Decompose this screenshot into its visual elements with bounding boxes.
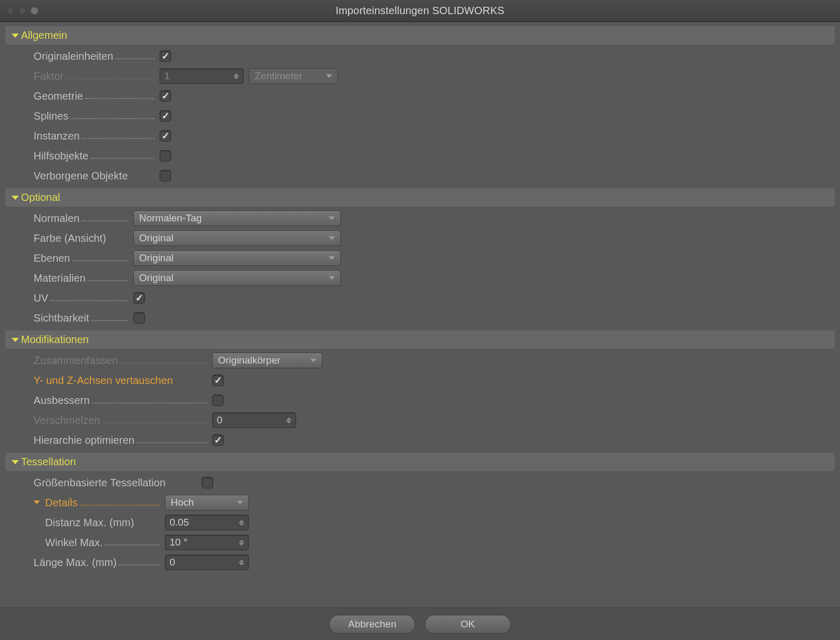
section-body-modifikationen: Zusammenfassen Originalkörper Y- und Z-A… bbox=[5, 349, 835, 452]
row-details: Details Hoch bbox=[34, 493, 835, 512]
label-zusammenfassen: Zusammenfassen bbox=[34, 355, 118, 367]
dropdown-materialien[interactable]: Original bbox=[133, 270, 341, 286]
row-faktor: Faktor 1 Zentimeter bbox=[34, 67, 835, 86]
spinner-icon[interactable] bbox=[239, 515, 246, 530]
section-title: Modifikationen bbox=[21, 334, 89, 346]
checkbox-yz-swap[interactable] bbox=[212, 375, 224, 386]
row-normalen: Normalen Normalen-Tag bbox=[34, 209, 835, 228]
checkbox-splines[interactable] bbox=[160, 110, 171, 122]
zoom-window-button[interactable] bbox=[30, 7, 38, 15]
section-header-allgemein[interactable]: Allgemein bbox=[5, 26, 835, 45]
close-window-button[interactable] bbox=[6, 7, 14, 15]
row-groessen-tess: Größenbasierte Tessellation bbox=[34, 473, 835, 492]
traffic-lights bbox=[6, 7, 38, 15]
checkbox-uv[interactable] bbox=[133, 292, 145, 304]
spinner-icon[interactable] bbox=[239, 535, 246, 550]
section-header-optional[interactable]: Optional bbox=[5, 188, 835, 207]
row-verborgene: Verborgene Objekte bbox=[34, 166, 835, 185]
checkbox-hilfsobjekte[interactable] bbox=[160, 150, 171, 162]
row-hilfsobjekte: Hilfsobjekte bbox=[34, 146, 835, 165]
row-distanz: Distanz Max. (mm) 0.05 bbox=[34, 513, 835, 532]
row-hierarchie: Hierarchie optimieren bbox=[34, 431, 835, 450]
dropdown-farbe[interactable]: Original bbox=[133, 230, 341, 246]
label-verschmelzen: Verschmelzen bbox=[34, 414, 100, 426]
row-originaleinheiten: Originaleinheiten bbox=[34, 47, 835, 66]
label-uv: UV bbox=[34, 292, 48, 304]
row-farbe: Farbe (Ansicht) Original bbox=[34, 229, 835, 248]
checkbox-groessen-tess[interactable] bbox=[202, 477, 213, 488]
spinner-icon[interactable] bbox=[239, 555, 246, 570]
row-instanzen: Instanzen bbox=[34, 126, 835, 145]
row-laenge: Länge Max. (mm) 0 bbox=[34, 553, 835, 572]
label-distanz: Distanz Max. (mm) bbox=[45, 517, 134, 529]
row-uv: UV bbox=[34, 289, 835, 307]
label-winkel: Winkel Max. bbox=[45, 537, 103, 549]
label-ebenen: Ebenen bbox=[34, 252, 70, 264]
dropdown-details[interactable]: Hoch bbox=[165, 495, 249, 510]
dialog-body: Allgemein Originaleinheiten Faktor 1 bbox=[0, 22, 840, 607]
row-sichtbarkeit: Sichtbarkeit bbox=[34, 308, 835, 327]
label-yz-swap: Y- und Z-Achsen vertauschen bbox=[34, 375, 173, 387]
input-faktor: 1 bbox=[160, 68, 244, 84]
row-splines: Splines bbox=[34, 106, 835, 125]
dialog-window: Importeinstellungen SOLIDWORKS Allgemein… bbox=[0, 0, 840, 640]
section-body-allgemein: Originaleinheiten Faktor 1 Zentimeter bbox=[5, 45, 835, 187]
checkbox-verborgene[interactable] bbox=[160, 170, 171, 182]
checkbox-ausbessern[interactable] bbox=[212, 394, 224, 406]
input-winkel[interactable]: 10 ° bbox=[165, 535, 249, 550]
spinner-icon[interactable] bbox=[286, 413, 293, 428]
label-verborgene: Verborgene Objekte bbox=[34, 170, 128, 182]
dropdown-faktor-unit: Zentimeter bbox=[249, 68, 338, 84]
checkbox-instanzen[interactable] bbox=[160, 130, 171, 142]
label-sichtbarkeit: Sichtbarkeit bbox=[34, 312, 89, 324]
label-geometrie: Geometrie bbox=[34, 90, 83, 102]
label-splines: Splines bbox=[34, 110, 68, 122]
dialog-footer: Abbrechen OK bbox=[0, 607, 840, 640]
label-groessen-tess: Größenbasierte Tessellation bbox=[34, 477, 165, 489]
dropdown-normalen[interactable]: Normalen-Tag bbox=[133, 210, 341, 226]
minimize-window-button[interactable] bbox=[18, 7, 26, 15]
label-ausbessern: Ausbessern bbox=[34, 394, 90, 407]
section-body-optional: Normalen Normalen-Tag Farbe (Ansicht) Or… bbox=[5, 207, 835, 329]
checkbox-geometrie[interactable] bbox=[160, 90, 171, 102]
spinner-icon bbox=[234, 69, 241, 83]
titlebar: Importeinstellungen SOLIDWORKS bbox=[0, 0, 840, 22]
label-details: Details bbox=[45, 497, 78, 509]
label-materialien: Materialien bbox=[34, 272, 86, 284]
section-body-tessellation: Größenbasierte Tessellation Details Hoch… bbox=[5, 471, 835, 574]
dropdown-zusammenfassen[interactable]: Originalkörper bbox=[212, 353, 322, 368]
label-laenge: Länge Max. (mm) bbox=[34, 557, 117, 569]
dropdown-ebenen[interactable]: Original bbox=[133, 250, 341, 266]
row-materialien: Materialien Original bbox=[34, 269, 835, 287]
section-title: Allgemein bbox=[21, 29, 67, 41]
row-verschmelzen: Verschmelzen 0 bbox=[34, 411, 835, 430]
label-hierarchie: Hierarchie optimieren bbox=[34, 434, 134, 446]
label-instanzen: Instanzen bbox=[34, 130, 80, 142]
input-distanz[interactable]: 0.05 bbox=[165, 515, 249, 530]
checkbox-sichtbarkeit[interactable] bbox=[133, 312, 145, 324]
section-header-modifikationen[interactable]: Modifikationen bbox=[5, 330, 835, 349]
chevron-down-icon[interactable] bbox=[34, 500, 40, 504]
row-winkel: Winkel Max. 10 ° bbox=[34, 533, 835, 552]
row-zusammenfassen: Zusammenfassen Originalkörper bbox=[34, 351, 835, 370]
row-geometrie: Geometrie bbox=[34, 87, 835, 105]
input-verschmelzen[interactable]: 0 bbox=[212, 412, 296, 428]
label-farbe: Farbe (Ansicht) bbox=[34, 232, 106, 244]
input-laenge[interactable]: 0 bbox=[165, 554, 249, 570]
row-yz-swap: Y- und Z-Achsen vertauschen bbox=[34, 371, 835, 390]
window-title: Importeinstellungen SOLIDWORKS bbox=[0, 5, 840, 17]
ok-button[interactable]: OK bbox=[425, 615, 511, 634]
label-normalen: Normalen bbox=[34, 212, 80, 225]
cancel-button[interactable]: Abbrechen bbox=[329, 615, 415, 634]
label-hilfsobjekte: Hilfsobjekte bbox=[34, 150, 89, 162]
section-header-tessellation[interactable]: Tessellation bbox=[5, 453, 835, 471]
section-title: Optional bbox=[21, 191, 60, 204]
label-originaleinheiten: Originaleinheiten bbox=[34, 50, 113, 62]
checkbox-originaleinheiten[interactable] bbox=[160, 50, 171, 62]
checkbox-hierarchie[interactable] bbox=[212, 434, 224, 446]
row-ausbessern: Ausbessern bbox=[34, 391, 835, 410]
section-title: Tessellation bbox=[21, 456, 76, 468]
row-ebenen: Ebenen Original bbox=[34, 249, 835, 268]
label-faktor: Faktor bbox=[34, 70, 64, 82]
